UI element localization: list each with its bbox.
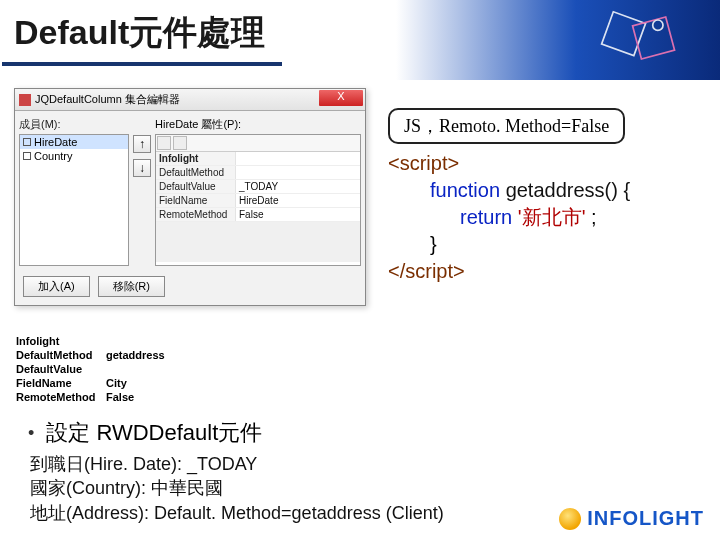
prop-value[interactable]: _TODAY <box>236 180 360 193</box>
infolight-logo: INFOLIGHT <box>559 507 704 530</box>
prop-key: DefaultMethod <box>14 348 104 362</box>
bullet-dot-icon: • <box>28 423 34 444</box>
bullet-title: 設定 RWDDefault元件 <box>46 418 262 448</box>
close-button[interactable]: X <box>319 90 363 106</box>
list-item: HireDate <box>20 135 128 149</box>
property-grid[interactable]: Infolight DefaultMethod DefaultValue_TOD… <box>155 134 361 266</box>
prop-key: DefaultValue <box>14 362 104 376</box>
prop-key: FieldName <box>14 376 104 390</box>
prop-value: getaddress <box>104 348 204 362</box>
prop-key: FieldName <box>156 194 236 207</box>
dialog-app-icon <box>19 94 31 106</box>
prop-value <box>104 362 204 376</box>
members-label: 成員(M): <box>19 117 129 132</box>
svg-point-2 <box>653 20 663 30</box>
item-index-icon <box>23 138 31 146</box>
logo-text: INFOLIGHT <box>587 507 704 530</box>
prop-value: False <box>104 390 204 404</box>
header-decoration-icon <box>600 8 690 68</box>
add-button[interactable]: 加入(A) <box>23 276 90 297</box>
lightbulb-icon <box>559 508 581 530</box>
slide-header: Default元件處理 <box>0 0 720 80</box>
prop-key: DefaultValue <box>156 180 236 193</box>
prop-value[interactable]: HireDate <box>236 194 360 207</box>
dialog-title: JQDefaultColumn 集合編輯器 <box>35 92 180 107</box>
move-down-button[interactable]: ↓ <box>133 159 151 177</box>
code-return-kw: return <box>460 206 512 228</box>
list-item: Country <box>20 149 128 163</box>
sort-categorized-icon[interactable] <box>157 136 171 150</box>
code-open-tag: <script> <box>388 152 459 174</box>
prop-value[interactable]: False <box>236 208 360 221</box>
members-listbox[interactable]: HireDate Country <box>19 134 129 266</box>
prop-value: City <box>104 376 204 390</box>
prop-section: Infolight <box>14 334 104 348</box>
property-grid-secondary: Infolight DefaultMethodgetaddress Defaul… <box>14 334 204 404</box>
move-up-button[interactable]: ↑ <box>133 135 151 153</box>
code-close-brace: } <box>430 233 437 255</box>
remove-button[interactable]: 移除(R) <box>98 276 165 297</box>
properties-label: HireDate 屬性(P): <box>155 117 361 132</box>
code-snippet: <script> function getaddress() { return … <box>388 150 630 285</box>
prop-section: Infolight <box>156 152 236 165</box>
prop-value[interactable] <box>236 166 360 179</box>
code-func-name: getaddress() { <box>506 179 631 201</box>
item-index-icon <box>23 152 31 160</box>
code-close-tag: </script> <box>388 260 465 282</box>
sort-alpha-icon[interactable] <box>173 136 187 150</box>
prop-key: DefaultMethod <box>156 166 236 179</box>
dialog-titlebar: JQDefaultColumn 集合編輯器 X <box>15 89 365 111</box>
prop-key: RemoteMethod <box>14 390 104 404</box>
propgrid-toolbar <box>156 135 360 152</box>
bullet-line: 國家(Country): 中華民國 <box>30 476 706 500</box>
js-badge: JS，Remoto. Method=False <box>388 108 625 144</box>
title-underline <box>2 62 282 66</box>
code-keyword: function <box>430 179 500 201</box>
collection-editor-dialog: JQDefaultColumn 集合編輯器 X 成員(M): HireDate … <box>14 88 366 306</box>
code-semicolon: ; <box>591 206 597 228</box>
code-string: '新北市' <box>518 206 586 228</box>
prop-key: RemoteMethod <box>156 208 236 221</box>
bullet-line: 到職日(Hire. Date): _TODAY <box>30 452 706 476</box>
